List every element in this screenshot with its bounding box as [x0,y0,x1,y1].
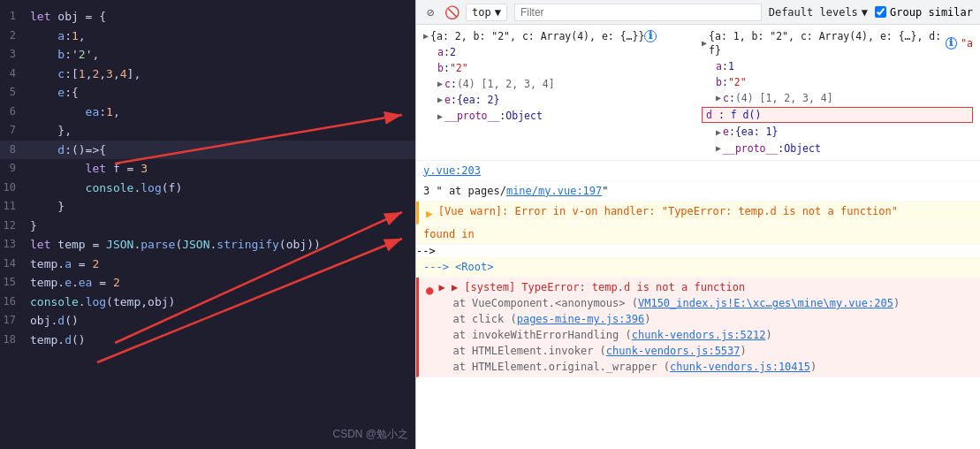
code-editor: 1let obj = {2 a:1,3 b:'2',4 c:[1,2,3,4],… [0,0,415,356]
token-punct: : [99,105,106,118]
token-method: d [57,314,65,327]
token-var: obj [148,295,168,308]
token-method: stringify [217,238,278,251]
stack5: at HTMLElement.original._wrapper (chunk-… [452,359,973,375]
watermark: CSDN @勉小之 [332,427,408,442]
context-label: top [472,6,491,19]
line-content: c:[1,2,3,4], [27,65,415,83]
token-punct: } [30,200,65,213]
token-var: temp [30,333,57,346]
line-number: 8 [0,141,27,159]
token-punct: :( [65,143,79,156]
code-line-6: 6 ea:1, [0,103,415,122]
token-punct: ( [106,295,113,308]
vue-warn-link[interactable]: mine/my.vue:197 [506,185,602,197]
root-line: ---> <Root> [416,257,980,278]
info-icon-temp: ℹ [644,30,657,42]
token-prop: e [30,86,65,99]
error-main-text: ▶ [system] TypeError: temp.d is not a fu… [452,281,745,293]
token-punct: : [65,29,72,42]
obj-orig-c: ▶ c : (4) [1, 2, 3, 4] [702,90,973,106]
token-prop: e [65,276,72,289]
token-punct: )) [307,238,321,251]
line-number: 5 [0,84,27,102]
token-method: log [86,295,106,308]
stack2: at click (pages-mine-my.js:396) [452,311,973,327]
stack3: at invokeWithErrorHandling (chunk-vendor… [452,327,973,343]
token-prop: c [30,67,65,80]
obj-orig-b: b : "2" [702,74,973,90]
line-number: 13 [0,236,27,254]
obj-temp-b: b : "2" [423,60,695,76]
token-prop: a [65,257,72,270]
line-content: }, [27,122,415,140]
obj-orig-a: a : 1 [702,58,973,74]
token-punct: , [113,105,120,118]
token-var: obj [57,10,78,23]
code-line-12: 12} [0,217,415,236]
stack2-link[interactable]: pages-mine-my.js:396 [517,313,645,325]
source-loc-line: y.vue:203 [416,161,980,181]
token-punct: = [120,162,141,175]
expand-arrow-proto: ▶ [437,110,443,123]
expand-arrow: ▶ [423,30,429,42]
line-content: ea:1, [27,103,415,121]
line-content: console.log(temp,obj) [27,293,415,311]
stack5-link[interactable]: chunk-vendors.js:10415 [670,361,810,373]
found-in-line: found in [416,224,980,245]
token-punct: . [72,276,79,289]
devtools-toolbar: ⊘ 🚫 top ▼ Default levels ▼ Group similar [416,0,980,25]
code-line-5: 5 e:{ [0,83,415,103]
code-line-13: 13let temp = JSON.parse(JSON.stringify(o… [0,235,415,255]
token-num: 4 [120,67,127,80]
devtools-stop-icon[interactable]: ⊘ [423,5,437,19]
obj-temp-header-row[interactable]: ▶ {a: 2, b: "2", c: Array(4), e: {…}} ℹ [423,28,695,44]
token-var: obj [30,314,50,327]
token-punct: = [72,257,92,270]
stack4-link[interactable]: chunk-vendors.js:5537 [606,345,741,357]
token-prop: a [30,29,65,42]
line-number: 4 [0,65,27,83]
token-punct: . [57,257,65,270]
error-main-msg[interactable]: ▶ ▶ [system] TypeError: temp.d is not a … [438,279,973,295]
token-prop: ea [79,276,93,289]
line-number: 17 [0,312,27,330]
obj-orig-header: {a: 1, b: "2", c: Array(4), e: {…}, d: f… [709,29,946,57]
token-var: temp [113,295,141,308]
token-punct: () [72,333,86,346]
expand-arrow-e: ▶ [437,94,443,106]
token-punct: :' [65,48,79,61]
expand-arrow-c2: ▶ [716,92,721,104]
error-text-block: ▶ ▶ [system] TypeError: temp.d is not a … [438,279,973,375]
line-content: let f = 3 [27,160,415,178]
expand-arrow-c: ▶ [437,78,443,90]
token-punct: , [113,67,120,80]
token-punct: ( [162,181,169,194]
obj-temp-header: {a: 2, b: "2", c: Array(4), e: {…}} [430,29,644,43]
levels-label: Default levels [769,6,858,19]
context-selector[interactable]: top ▼ [466,4,507,21]
obj-orig-header-row[interactable]: ▶ {a: 1, b: "2", c: Array(4), e: {…}, d:… [702,28,973,58]
group-similar-checkbox[interactable] [875,6,886,18]
line-number: 16 [0,293,27,311]
line-content: temp.d() [27,331,415,349]
obj-orig-column: ▶ {a: 1, b: "2", c: Array(4), e: {…}, d:… [702,28,973,156]
token-method: parse [141,238,175,251]
levels-selector[interactable]: Default levels ▼ [769,6,868,19]
stack3-link[interactable]: chunk-vendors.js:5212 [632,329,766,341]
stack1: at VueComponent.<anonymous> (VM150_index… [452,295,973,311]
token-punct: { [99,143,106,156]
token-prop: d [30,143,65,156]
warn-icon: ▶ [426,205,433,223]
line-number: 10 [0,179,27,197]
token-punct: , [99,67,106,80]
filter-input[interactable] [514,4,762,21]
source-loc-link[interactable]: y.vue:203 [423,163,481,179]
line-content: temp.e.ea = 2 [27,274,415,292]
context-dropdown-arrow: ▼ [495,6,501,19]
line-content: temp.a = 2 [27,255,415,273]
devtools-clear-icon[interactable]: 🚫 [444,5,459,19]
line-number: 12 [0,217,27,235]
obj-temp-proto: ▶ __proto__ : Object [423,108,695,124]
stack1-link[interactable]: VM150_index.js!E:\xc…ges\mine\my.vue:205 [638,297,893,309]
